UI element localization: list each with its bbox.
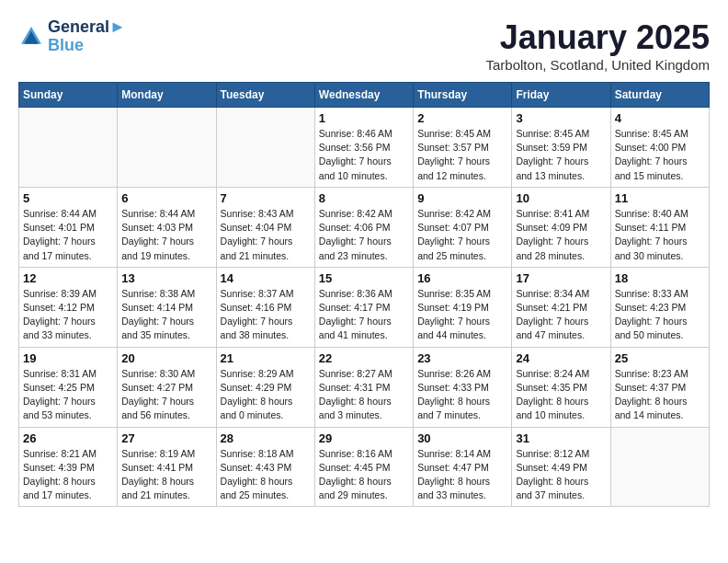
- day-info: Sunrise: 8:39 AM Sunset: 4:12 PM Dayligh…: [23, 287, 113, 343]
- day-info: Sunrise: 8:23 AM Sunset: 4:37 PM Dayligh…: [615, 367, 705, 423]
- day-number: 13: [121, 271, 211, 285]
- day-info: Sunrise: 8:40 AM Sunset: 4:11 PM Dayligh…: [615, 207, 705, 263]
- day-info: Sunrise: 8:24 AM Sunset: 4:35 PM Dayligh…: [516, 367, 606, 423]
- day-number: 9: [417, 191, 507, 205]
- calendar-day-cell: 3Sunrise: 8:45 AM Sunset: 3:59 PM Daylig…: [512, 108, 610, 188]
- weekday-header: Monday: [118, 83, 216, 108]
- day-info: Sunrise: 8:44 AM Sunset: 4:01 PM Dayligh…: [23, 207, 113, 263]
- day-info: Sunrise: 8:30 AM Sunset: 4:27 PM Dayligh…: [121, 367, 211, 423]
- day-number: 20: [121, 351, 211, 365]
- day-number: 6: [121, 191, 211, 205]
- day-number: 4: [615, 111, 705, 125]
- day-number: 3: [516, 111, 606, 125]
- calendar-day-cell: [19, 108, 118, 188]
- day-number: 30: [417, 431, 507, 445]
- calendar-day-cell: 31Sunrise: 8:12 AM Sunset: 4:49 PM Dayli…: [512, 427, 610, 507]
- calendar-day-cell: 11Sunrise: 8:40 AM Sunset: 4:11 PM Dayli…: [610, 187, 709, 267]
- calendar-day-cell: 21Sunrise: 8:29 AM Sunset: 4:29 PM Dayli…: [216, 347, 314, 427]
- day-number: 25: [615, 351, 705, 365]
- day-number: 11: [615, 191, 705, 205]
- day-number: 28: [221, 431, 311, 445]
- logo-icon: [18, 24, 44, 50]
- day-number: 7: [221, 191, 311, 205]
- day-number: 19: [23, 351, 113, 365]
- day-info: Sunrise: 8:37 AM Sunset: 4:16 PM Dayligh…: [221, 287, 311, 343]
- day-info: Sunrise: 8:38 AM Sunset: 4:14 PM Dayligh…: [121, 287, 211, 343]
- day-number: 22: [319, 351, 409, 365]
- day-number: 15: [319, 271, 409, 285]
- calendar-week-row: 12Sunrise: 8:39 AM Sunset: 4:12 PM Dayli…: [19, 267, 710, 347]
- month-title: January 2025: [486, 18, 710, 57]
- calendar-day-cell: 2Sunrise: 8:45 AM Sunset: 3:57 PM Daylig…: [414, 108, 512, 188]
- day-number: 14: [221, 271, 311, 285]
- calendar-day-cell: 13Sunrise: 8:38 AM Sunset: 4:14 PM Dayli…: [118, 267, 216, 347]
- location: Tarbolton, Scotland, United Kingdom: [486, 57, 710, 73]
- day-number: 2: [417, 111, 507, 125]
- weekday-header: Thursday: [414, 83, 512, 108]
- calendar-day-cell: 10Sunrise: 8:41 AM Sunset: 4:09 PM Dayli…: [512, 187, 610, 267]
- day-number: 31: [516, 431, 606, 445]
- calendar-day-cell: 15Sunrise: 8:36 AM Sunset: 4:17 PM Dayli…: [314, 267, 413, 347]
- day-info: Sunrise: 8:19 AM Sunset: 4:41 PM Dayligh…: [121, 447, 211, 503]
- day-number: 1: [319, 111, 409, 125]
- day-info: Sunrise: 8:12 AM Sunset: 4:49 PM Dayligh…: [516, 447, 606, 503]
- logo-text: General► Blue: [48, 18, 126, 55]
- day-info: Sunrise: 8:44 AM Sunset: 4:03 PM Dayligh…: [121, 207, 211, 263]
- calendar-day-cell: 12Sunrise: 8:39 AM Sunset: 4:12 PM Dayli…: [19, 267, 118, 347]
- calendar-day-cell: 7Sunrise: 8:43 AM Sunset: 4:04 PM Daylig…: [216, 187, 314, 267]
- day-info: Sunrise: 8:34 AM Sunset: 4:21 PM Dayligh…: [516, 287, 606, 343]
- day-number: 24: [516, 351, 606, 365]
- calendar-day-cell: 5Sunrise: 8:44 AM Sunset: 4:01 PM Daylig…: [19, 187, 118, 267]
- day-info: Sunrise: 8:18 AM Sunset: 4:43 PM Dayligh…: [221, 447, 311, 503]
- day-number: 23: [417, 351, 507, 365]
- logo: General► Blue: [18, 18, 126, 55]
- day-number: 21: [221, 351, 311, 365]
- calendar-day-cell: 19Sunrise: 8:31 AM Sunset: 4:25 PM Dayli…: [19, 347, 118, 427]
- day-info: Sunrise: 8:36 AM Sunset: 4:17 PM Dayligh…: [319, 287, 409, 343]
- day-info: Sunrise: 8:29 AM Sunset: 4:29 PM Dayligh…: [221, 367, 311, 423]
- calendar-day-cell: 25Sunrise: 8:23 AM Sunset: 4:37 PM Dayli…: [610, 347, 709, 427]
- calendar-week-row: 19Sunrise: 8:31 AM Sunset: 4:25 PM Dayli…: [19, 347, 710, 427]
- calendar-header-row: SundayMondayTuesdayWednesdayThursdayFrid…: [19, 83, 710, 108]
- calendar-day-cell: 17Sunrise: 8:34 AM Sunset: 4:21 PM Dayli…: [512, 267, 610, 347]
- calendar-day-cell: 4Sunrise: 8:45 AM Sunset: 4:00 PM Daylig…: [610, 108, 709, 188]
- calendar-day-cell: 30Sunrise: 8:14 AM Sunset: 4:47 PM Dayli…: [414, 427, 512, 507]
- day-number: 8: [319, 191, 409, 205]
- day-info: Sunrise: 8:45 AM Sunset: 3:59 PM Dayligh…: [516, 127, 606, 183]
- day-info: Sunrise: 8:42 AM Sunset: 4:06 PM Dayligh…: [319, 207, 409, 263]
- calendar-day-cell: 28Sunrise: 8:18 AM Sunset: 4:43 PM Dayli…: [216, 427, 314, 507]
- calendar-day-cell: 16Sunrise: 8:35 AM Sunset: 4:19 PM Dayli…: [414, 267, 512, 347]
- calendar-day-cell: 24Sunrise: 8:24 AM Sunset: 4:35 PM Dayli…: [512, 347, 610, 427]
- calendar-day-cell: 9Sunrise: 8:42 AM Sunset: 4:07 PM Daylig…: [414, 187, 512, 267]
- day-info: Sunrise: 8:35 AM Sunset: 4:19 PM Dayligh…: [417, 287, 507, 343]
- weekday-header: Saturday: [610, 83, 709, 108]
- calendar-day-cell: 22Sunrise: 8:27 AM Sunset: 4:31 PM Dayli…: [314, 347, 413, 427]
- day-info: Sunrise: 8:16 AM Sunset: 4:45 PM Dayligh…: [319, 447, 409, 503]
- day-info: Sunrise: 8:21 AM Sunset: 4:39 PM Dayligh…: [23, 447, 113, 503]
- page-header: General► Blue January 2025 Tarbolton, Sc…: [18, 18, 710, 73]
- day-info: Sunrise: 8:27 AM Sunset: 4:31 PM Dayligh…: [319, 367, 409, 423]
- day-info: Sunrise: 8:45 AM Sunset: 4:00 PM Dayligh…: [615, 127, 705, 183]
- day-info: Sunrise: 8:42 AM Sunset: 4:07 PM Dayligh…: [417, 207, 507, 263]
- calendar: SundayMondayTuesdayWednesdayThursdayFrid…: [18, 82, 710, 507]
- weekday-header: Tuesday: [216, 83, 314, 108]
- day-info: Sunrise: 8:45 AM Sunset: 3:57 PM Dayligh…: [417, 127, 507, 183]
- calendar-day-cell: 20Sunrise: 8:30 AM Sunset: 4:27 PM Dayli…: [118, 347, 216, 427]
- weekday-header: Friday: [512, 83, 610, 108]
- day-info: Sunrise: 8:46 AM Sunset: 3:56 PM Dayligh…: [319, 127, 409, 183]
- day-info: Sunrise: 8:31 AM Sunset: 4:25 PM Dayligh…: [23, 367, 113, 423]
- day-number: 5: [23, 191, 113, 205]
- calendar-day-cell: 23Sunrise: 8:26 AM Sunset: 4:33 PM Dayli…: [414, 347, 512, 427]
- day-number: 12: [23, 271, 113, 285]
- calendar-day-cell: 29Sunrise: 8:16 AM Sunset: 4:45 PM Dayli…: [314, 427, 413, 507]
- day-number: 18: [615, 271, 705, 285]
- calendar-day-cell: 27Sunrise: 8:19 AM Sunset: 4:41 PM Dayli…: [118, 427, 216, 507]
- calendar-day-cell: [118, 108, 216, 188]
- day-info: Sunrise: 8:14 AM Sunset: 4:47 PM Dayligh…: [417, 447, 507, 503]
- calendar-week-row: 1Sunrise: 8:46 AM Sunset: 3:56 PM Daylig…: [19, 108, 710, 188]
- day-info: Sunrise: 8:43 AM Sunset: 4:04 PM Dayligh…: [221, 207, 311, 263]
- calendar-day-cell: 1Sunrise: 8:46 AM Sunset: 3:56 PM Daylig…: [314, 108, 413, 188]
- day-number: 26: [23, 431, 113, 445]
- title-block: January 2025 Tarbolton, Scotland, United…: [486, 18, 710, 73]
- calendar-day-cell: 26Sunrise: 8:21 AM Sunset: 4:39 PM Dayli…: [19, 427, 118, 507]
